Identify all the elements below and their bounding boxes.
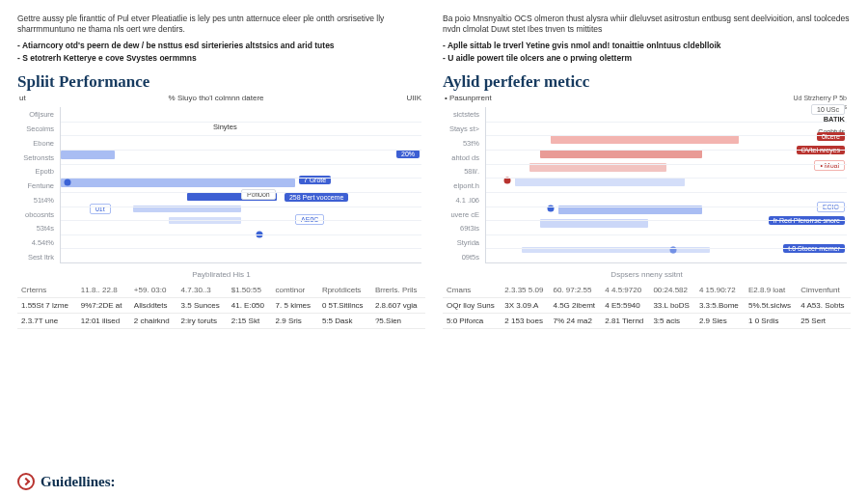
table-cell: 2 153 boes [501, 314, 549, 329]
y-axis-label: Sest ltrk [17, 252, 54, 261]
left-bullet-2: - S etotrerh Ketterye e cove Svystes oer… [17, 53, 425, 63]
table-cell: 3X 3.09.A [501, 298, 549, 314]
table-cell: 4 A53. Sobts [797, 298, 851, 314]
y-axis-label: Secoims [17, 124, 54, 133]
table-cell: 2.81 Tiernd [601, 314, 649, 329]
table-cell: ?5.Sien [371, 314, 425, 329]
table-header: Brrerls. Prils [371, 283, 425, 298]
left-y-labels: OfijsureSecoimsEboneSetronstsEpotbFentun… [17, 107, 58, 263]
y-axis-label: 4.1 .l06 [443, 195, 479, 204]
table-header: Crterns [17, 283, 77, 298]
y-axis-label: 51t4% [17, 195, 54, 204]
left-column: Gettre aussy ple firanttic of Pul etver … [17, 14, 425, 329]
table-header: Cmans [443, 283, 501, 298]
right-plot-area: 10 USc 0icere OVtel nreyes • Moal ECIO f… [485, 107, 847, 263]
right-bullet-2: - U aidle powert tile olcers ane o prwin… [443, 53, 851, 63]
table-cell: 3.5 Sunces [177, 298, 228, 314]
bar-fentune [61, 179, 295, 187]
left-bullet-1: - Atiarncory otd's peern de dew / be nst… [17, 41, 425, 50]
table-header: 4.7.30..3 [177, 283, 228, 298]
y-axis-label: 69t3is [443, 224, 479, 233]
table-header: 4 15.90:72 [695, 283, 745, 298]
tag-eoio: ECIO [817, 202, 845, 212]
tag-usc: 10 USc [811, 104, 845, 115]
left-subtitle: % Siuyo tho'l colmnn datere [169, 94, 264, 102]
right-bullet-1: - Aplle sittab le trverl Yetine gvis nmo… [443, 41, 851, 50]
table-cell: 12:01 ilised [77, 314, 130, 329]
y-axis-label: Ofijsure [17, 110, 54, 119]
table-cell: 4.5G 2ibemt [549, 298, 601, 314]
y-axis-label: 09t5s [443, 252, 479, 261]
table-row: 1.55St 7 lzme9%7:2DE atAllsddtets3.5 Sun… [17, 298, 425, 314]
table-header: 11.8.. 22.8 [77, 283, 130, 298]
y-axis-label: obcosnts [17, 209, 54, 218]
tag-grote: 7 Grote [299, 176, 331, 184]
left-plot-area: 20% 7 Grote Pofl0on 258 Pert vocceme 01t… [60, 107, 421, 263]
table-cell: 25 Sert [797, 314, 851, 329]
y-axis-label: Styrida [443, 238, 479, 247]
table-cell: 7% 24 ma2 [549, 314, 601, 329]
table-header: 4 4.5:9720 [601, 283, 649, 298]
two-columns: Gettre aussy ple firanttic of Pul etver … [17, 14, 851, 329]
y-axis-label: 4.54t% [17, 238, 54, 247]
tag-moal: • Moal [814, 160, 845, 171]
right-table: Cmans2.3.35 5.0960. 97:2.554 4.5:972000:… [443, 283, 851, 329]
table-cell: 2 chairknd [130, 314, 177, 329]
table-cell: 33.L boDS [649, 298, 695, 314]
table-cell: 3.3:5.Bome [695, 298, 745, 314]
tag-pert: 258 Pert vocceme [285, 193, 348, 202]
table-cell: 5%.5t.siciws [745, 298, 797, 314]
table-cell: 3:5 acis [649, 314, 695, 329]
table-cell: 1.55St 7 lzme [17, 298, 77, 314]
table-cell: 2:15 Skt [228, 314, 272, 329]
right-top-right-1: Ud Strzherry P 5b [793, 95, 847, 101]
table-cell: 2.8.607 vgia [371, 298, 425, 314]
table-cell: 9%7:2DE at [77, 298, 130, 314]
y-axis-label: 58ll/. [443, 167, 479, 176]
table-header: 2.3.35 5.09 [501, 283, 549, 298]
arrow-circle-icon [17, 473, 35, 490]
y-axis-label: Fentune [17, 181, 54, 190]
table-header: comtinor [272, 283, 318, 298]
y-axis-label: sictstets [443, 110, 479, 119]
table-row: 5:0 Piforca2 153 boes7% 24 ma22.81 Tiern… [443, 314, 851, 329]
y-axis-label: Setronsts [17, 152, 54, 161]
table-header: Cimvenfunt [797, 283, 851, 298]
guidelines-row: Guidellines: [17, 473, 116, 490]
table-cell: 41. E:050 [228, 298, 272, 314]
table-cell: 5:0 Piforca [443, 314, 501, 329]
table-cell: Allsddtets [130, 298, 177, 314]
table-cell: 5:5 Dask [318, 314, 371, 329]
table-header: E2.8.9 loat [745, 283, 797, 298]
left-chart-title: Spliit Performance [17, 72, 425, 92]
table-header: 00:24.582 [649, 283, 695, 298]
table-cell: 2.9 Sies [695, 314, 745, 329]
right-intro-text: Ba poio Mnsnyaltio OCS olmeron thust aly… [443, 14, 851, 35]
left-intro-text: Gettre aussy ple firanttic of Pul etver … [17, 14, 425, 35]
right-y-labels: sictstetsStays st>53t%ahtod ds58ll/.elpo… [443, 107, 483, 263]
y-axis-label: 53t4s [17, 224, 54, 233]
y-axis-label: Stays st> [443, 124, 479, 133]
table-header: Rprotdicets [318, 283, 371, 298]
left-chart: ut % Siuyo tho'l colmnn datere UIIK Siny… [17, 94, 425, 277]
table-cell: 0 5T.Sitilncs [318, 298, 371, 314]
tag-small-box: 01t [90, 204, 111, 214]
left-x-label: Payblirated His 1 [192, 270, 250, 279]
table-cell: 2.9 Sris [272, 314, 318, 329]
guidelines-title: Guidellines: [41, 474, 116, 490]
right-column: Ba poio Mnsnyaltio OCS olmeron thust aly… [443, 14, 851, 329]
table-cell: 2.3.7T une [17, 314, 77, 329]
y-axis-label: Ebone [17, 138, 54, 147]
y-axis-label: elpont.h [443, 181, 479, 190]
table-cell: 1 0 Srdis [745, 314, 797, 329]
left-table: Crterns11.8.. 22.8+59. 03:04.7.30..3$1.5… [17, 283, 425, 329]
left-top-left-label: ut [19, 94, 26, 102]
table-header: $1.50:55 [228, 283, 272, 298]
y-axis-label: uvere cE [443, 209, 479, 218]
y-axis-label: ahtod ds [443, 152, 479, 161]
table-cell: 4 E5:5940 [601, 298, 649, 314]
table-header: 60. 97:2.55 [549, 283, 601, 298]
table-row: OQr lloy Suns3X 3.09.A4.5G 2ibemt4 E5:59… [443, 298, 851, 314]
y-axis-label: Epotb [17, 167, 54, 176]
table-header: +59. 03:0 [130, 283, 177, 298]
